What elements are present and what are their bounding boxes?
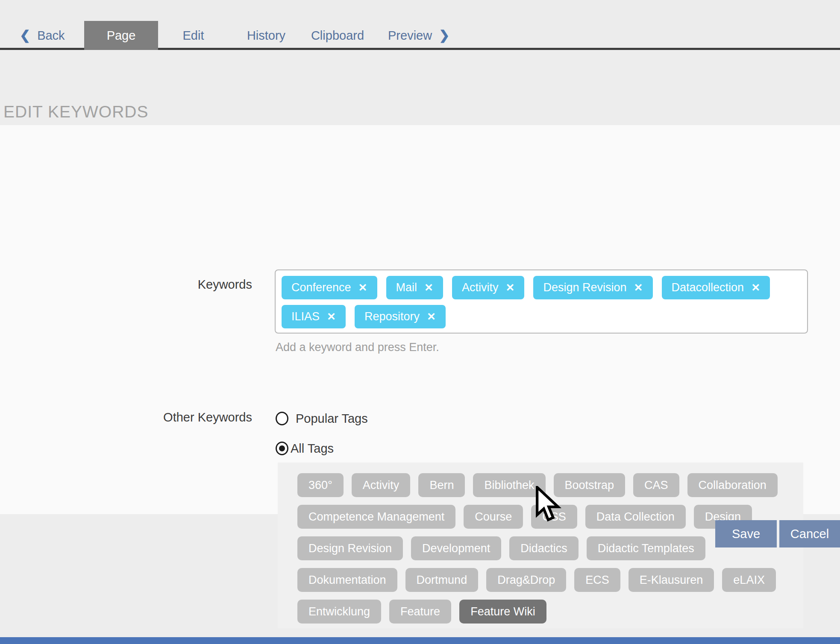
keyword-tag-label: ILIAS (291, 310, 320, 323)
preview-label: Preview (388, 29, 432, 43)
tag-cloud-item[interactable]: Didactics (509, 536, 579, 560)
tag-cloud-item[interactable]: eLAIX (722, 568, 776, 592)
cancel-button[interactable]: Cancel (779, 520, 840, 547)
keyword-tag-label: Activity (462, 281, 499, 294)
top-navbar: ❮ Back Page Edit History Clipboard Previ… (0, 0, 840, 50)
keyword-tag[interactable]: Activity✕ (452, 276, 524, 299)
tag-cloud-item[interactable]: Bootstrap (554, 473, 626, 497)
nav-row: ❮ Back Page Edit History Clipboard Previ… (0, 21, 840, 50)
radio-all-tags-label: All Tags (291, 442, 334, 456)
tag-cloud-item[interactable]: Didactic Templates (587, 536, 705, 560)
tab-page[interactable]: Page (84, 21, 158, 50)
tag-cloud-item[interactable]: Entwicklung (297, 600, 381, 624)
tag-cloud-item[interactable]: Drag&Drop (486, 568, 566, 592)
radio-button-icon[interactable] (276, 442, 288, 455)
keyword-tag[interactable]: Datacollection✕ (662, 276, 770, 299)
tag-cloud-item[interactable]: ECS (574, 568, 620, 592)
remove-keyword-icon[interactable]: ✕ (506, 282, 515, 293)
tab-clipboard-label: Clipboard (311, 29, 364, 43)
save-button[interactable]: Save (715, 520, 777, 547)
keyword-tag[interactable]: Conference✕ (282, 276, 377, 299)
other-keywords-label: Other Keywords (0, 410, 252, 424)
remove-keyword-icon[interactable]: ✕ (634, 282, 643, 293)
tag-cloud-item[interactable]: Activity (352, 473, 411, 497)
tag-cloud-item[interactable]: Bibliothek (473, 473, 545, 497)
back-button[interactable]: ❮ Back (20, 21, 65, 50)
tag-cloud-item[interactable]: Competence Management (297, 505, 455, 529)
radio-button-icon[interactable] (276, 412, 288, 425)
remove-keyword-icon[interactable]: ✕ (424, 282, 433, 293)
tag-cloud-row: EntwicklungFeatureFeature Wiki (297, 600, 795, 624)
tag-cloud-item[interactable]: Bern (418, 473, 465, 497)
remove-keyword-icon[interactable]: ✕ (327, 311, 336, 322)
keyword-tag[interactable]: ILIAS✕ (282, 305, 346, 328)
keywords-help-text: Add a keyword and press Enter. (276, 341, 439, 354)
keyword-tag[interactable]: Design Revision✕ (533, 276, 652, 299)
page-title: EDIT KEYWORDS (3, 102, 149, 121)
tag-cloud-item[interactable]: Dokumentation (297, 568, 397, 592)
remove-keyword-icon[interactable]: ✕ (751, 282, 760, 293)
tag-cloud-item[interactable]: Data Collection (585, 505, 686, 529)
keyword-tag[interactable]: Repository✕ (355, 305, 446, 328)
radio-popular-tags-label: Popular Tags (296, 412, 368, 426)
radio-popular-tags[interactable]: Popular Tags (276, 411, 368, 426)
chevron-left-icon: ❮ (20, 29, 30, 42)
keywords-label: Keywords (0, 278, 252, 292)
footer-accent-bar (0, 637, 840, 644)
tag-cloud-item[interactable]: Collaboration (687, 473, 778, 497)
page-root: ❮ Back Page Edit History Clipboard Previ… (0, 0, 840, 644)
tab-history[interactable]: History (243, 21, 290, 50)
radio-all-tags[interactable]: All Tags (276, 441, 334, 456)
keyword-row: Conference✕Mail✕Activity✕Design Revision… (282, 276, 801, 299)
keyword-tag-label: Repository (364, 310, 420, 323)
remove-keyword-icon[interactable]: ✕ (427, 311, 436, 322)
tag-cloud-row: DokumentationDortmundDrag&DropECSE-Klaus… (297, 568, 795, 592)
preview-button[interactable]: Preview ❯ (388, 21, 449, 50)
keywords-input-field[interactable]: Conference✕Mail✕Activity✕Design Revision… (275, 269, 808, 334)
tab-page-label: Page (107, 29, 136, 43)
keyword-tag-label: Conference (291, 281, 351, 294)
tab-edit-label: Edit (183, 29, 204, 43)
tag-cloud-item[interactable]: CAS (633, 473, 679, 497)
keyword-tag-label: Design Revision (543, 281, 626, 294)
tag-cloud-item[interactable]: Feature Wiki (459, 600, 546, 624)
tag-cloud-row: 360°ActivityBernBibliothekBootstrapCASCo… (297, 473, 795, 497)
tag-cloud-item[interactable]: Dortmund (405, 568, 479, 592)
tag-cloud-item[interactable]: Feature (389, 600, 451, 624)
tab-history-label: History (247, 29, 285, 43)
tag-cloud-item[interactable]: CSS (531, 505, 577, 529)
tag-cloud-item[interactable]: Design Revision (297, 536, 403, 560)
keyword-tag-label: Mail (396, 281, 417, 294)
tab-edit[interactable]: Edit (177, 21, 209, 50)
tag-cloud-item[interactable]: Development (411, 536, 501, 560)
tab-clipboard[interactable]: Clipboard (308, 21, 367, 50)
tag-cloud-item[interactable]: 360° (297, 473, 344, 497)
tag-cloud-item[interactable]: E-Klausuren (629, 568, 714, 592)
chevron-right-icon: ❯ (439, 29, 449, 42)
keyword-tag-label: Datacollection (672, 281, 744, 294)
keyword-row: ILIAS✕Repository✕ (282, 305, 801, 328)
remove-keyword-icon[interactable]: ✕ (358, 282, 367, 293)
back-label: Back (37, 29, 65, 43)
tag-cloud-item[interactable]: Course (464, 505, 523, 529)
form-panel: Keywords Conference✕Mail✕Activity✕Design… (0, 125, 840, 514)
keyword-tag[interactable]: Mail✕ (386, 276, 443, 299)
